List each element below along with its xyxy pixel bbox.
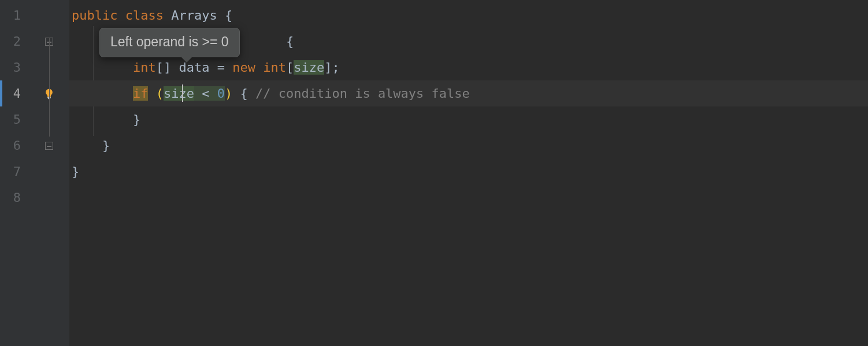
line-number-gutter: 1 2 3 4 5 6 7 8 xyxy=(0,0,29,346)
brace: } xyxy=(133,112,140,127)
line-number: 4 xyxy=(0,80,29,106)
caret-line-marker xyxy=(0,80,2,106)
identifier: size xyxy=(294,60,324,75)
fold-guide xyxy=(49,38,50,137)
paren: ( xyxy=(156,86,164,101)
line-number: 2 xyxy=(0,28,29,54)
code-line[interactable]: } xyxy=(69,106,868,132)
code-line[interactable]: if (size < 0) { // condition is always f… xyxy=(69,80,868,106)
line-number: 3 xyxy=(0,54,29,80)
line-number: 6 xyxy=(0,132,29,159)
brace: } xyxy=(102,138,110,153)
brace: } xyxy=(72,164,79,179)
line-number: 7 xyxy=(0,159,29,185)
code-editor[interactable]: 1 2 3 4 5 6 7 8 xyxy=(0,0,868,346)
keyword: public xyxy=(72,8,117,23)
line-number: 5 xyxy=(0,106,29,132)
comment: // condition is always false xyxy=(255,86,470,101)
gutter-icons xyxy=(29,0,69,346)
code-line[interactable] xyxy=(69,185,868,211)
class-name: Arrays xyxy=(171,8,217,23)
brace: { xyxy=(225,8,232,23)
tooltip-text: Left operand is >= 0 xyxy=(110,34,229,49)
paren: ) xyxy=(225,86,232,101)
code-line[interactable]: } xyxy=(69,159,868,185)
line-number: 1 xyxy=(0,2,29,28)
code-text-area[interactable]: Left operand is >= 0 public class Arrays… xyxy=(69,0,868,346)
line-number: 8 xyxy=(0,185,29,211)
text-caret xyxy=(182,84,183,102)
keyword: class xyxy=(125,8,164,23)
type: int xyxy=(133,60,156,75)
code-line[interactable]: } xyxy=(69,132,868,159)
inspection-tooltip: Left operand is >= 0 xyxy=(99,28,240,57)
brace: { xyxy=(286,34,294,49)
code-line[interactable]: public class Arrays { xyxy=(69,2,868,28)
keyword: if xyxy=(133,86,149,101)
